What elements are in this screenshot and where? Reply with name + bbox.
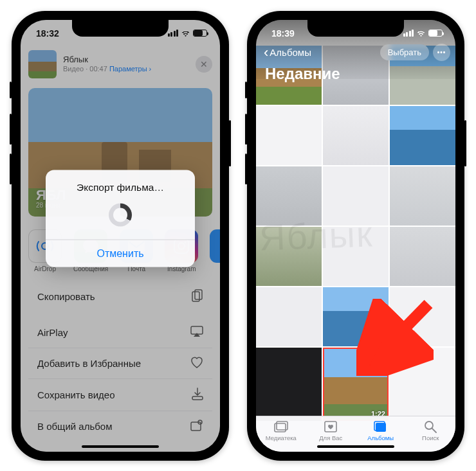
grid-cell[interactable] xyxy=(323,287,389,346)
phone-right: 1:22 18:39 ‹ Альбомы Выбрать ••• xyxy=(247,11,464,461)
tab-albums[interactable]: Альбомы xyxy=(356,416,406,445)
grid-cell[interactable] xyxy=(256,287,322,346)
battery-icon xyxy=(193,30,207,37)
grid-cell[interactable] xyxy=(323,106,389,165)
page-title: Недавние xyxy=(256,62,455,83)
wifi-icon xyxy=(181,30,190,37)
tab-library[interactable]: Медиатека xyxy=(256,416,306,445)
grid-cell[interactable] xyxy=(390,227,455,286)
signal-icon xyxy=(403,30,414,37)
phone-left: 18:32 Яблык Видео · 00:47 Параметры › ✕ xyxy=(12,11,229,461)
grid-cell[interactable] xyxy=(256,106,322,165)
grid-cell[interactable] xyxy=(390,106,455,165)
status-bar: 18:39 xyxy=(256,20,455,43)
svg-line-18 xyxy=(432,429,436,432)
chevron-left-icon: ‹ xyxy=(264,46,268,60)
grid-cell[interactable] xyxy=(390,166,455,226)
grid-cell[interactable] xyxy=(256,348,322,421)
grid-cell[interactable] xyxy=(256,166,322,226)
grid-cell[interactable] xyxy=(256,227,322,286)
notch xyxy=(72,20,169,37)
home-indicator[interactable] xyxy=(82,445,159,448)
grid-cell[interactable] xyxy=(323,166,389,226)
modal-title: Экспорт фильма… xyxy=(46,170,195,198)
search-icon xyxy=(423,420,438,433)
library-icon xyxy=(273,420,289,433)
albums-icon xyxy=(373,420,389,433)
signal-icon xyxy=(168,30,179,37)
back-button[interactable]: ‹ Альбомы xyxy=(261,43,314,62)
battery-icon xyxy=(428,30,443,37)
modal-cancel-button[interactable]: Отменить xyxy=(46,239,195,267)
home-indicator[interactable] xyxy=(317,445,394,448)
svg-point-17 xyxy=(425,422,433,429)
tab-search[interactable]: Поиск xyxy=(406,416,456,445)
export-modal: Экспорт фильма… Отменить xyxy=(46,170,195,267)
grid-cell[interactable] xyxy=(390,348,455,421)
grid-cell[interactable] xyxy=(390,287,455,346)
select-button[interactable]: Выбрать xyxy=(380,44,429,60)
progress-spinner-icon xyxy=(109,203,132,226)
grid-cell-video-highlighted[interactable]: 1:22 xyxy=(323,348,389,421)
tab-for-you[interactable]: Для Вас xyxy=(306,416,356,445)
grid-cell[interactable] xyxy=(323,227,389,286)
for-you-icon xyxy=(323,420,338,433)
status-time: 18:39 xyxy=(271,28,295,39)
more-icon[interactable]: ••• xyxy=(433,44,450,61)
status-time: 18:32 xyxy=(36,28,59,39)
wifi-icon xyxy=(416,30,426,37)
photo-grid[interactable]: 1:22 xyxy=(256,46,455,421)
